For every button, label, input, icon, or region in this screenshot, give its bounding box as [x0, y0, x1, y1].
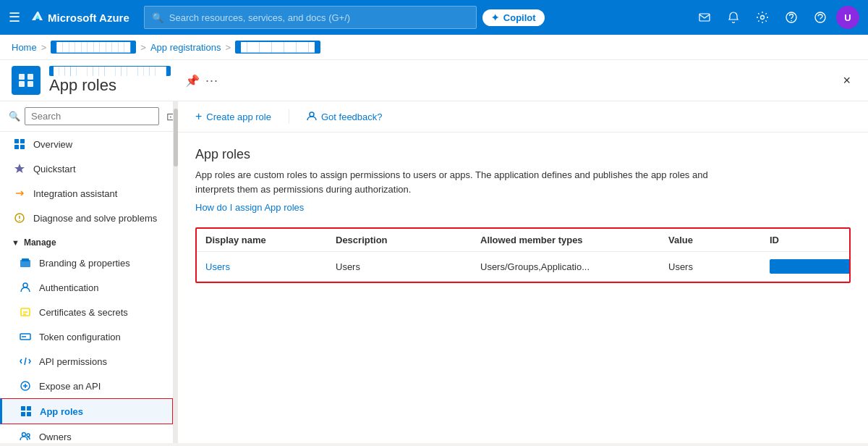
create-app-role-button[interactable]: + Create app role	[190, 107, 277, 126]
cert-icon	[19, 306, 32, 319]
col-description: Description	[336, 235, 480, 245]
auth-icon	[19, 281, 32, 294]
sidebar-item-approles[interactable]: App roles	[0, 398, 173, 424]
help-icon[interactable]	[778, 4, 804, 30]
content-title: App roles	[195, 147, 851, 162]
sidebar-search-bar: 🔍 ⊡ «	[0, 101, 173, 132]
page-header-title-area: ████████████████████ App roles	[49, 66, 171, 95]
content-area: + Create app role Got feedback? App role…	[178, 101, 868, 443]
global-search-bar[interactable]: 🔍	[144, 6, 477, 29]
sidebar-item-integration[interactable]: Integration assistant	[0, 181, 173, 206]
sidebar: 🔍 ⊡ « Overview Quickstart I	[0, 101, 174, 443]
sidebar-item-expose[interactable]: Expose an API	[0, 374, 173, 398]
breadcrumb-app-registrations[interactable]: App registrations	[150, 42, 221, 53]
breadcrumb: Home > ████████████ > App registrations …	[0, 35, 868, 60]
sidebar-item-authentication[interactable]: Authentication	[0, 275, 173, 300]
sidebar-item-overview[interactable]: Overview	[0, 132, 173, 156]
sidebar-item-branding[interactable]: Branding & properties	[0, 251, 173, 275]
user-avatar[interactable]: U	[836, 6, 859, 29]
sidebar-search-icon: 🔍	[9, 111, 20, 122]
main-layout: 🔍 ⊡ « Overview Quickstart I	[0, 101, 868, 443]
sidebar-item-label: App roles	[40, 406, 83, 417]
content-description: App roles are custom roles to assign per…	[195, 168, 745, 196]
svg-rect-7	[19, 81, 25, 87]
global-search-input[interactable]	[169, 12, 469, 23]
feedback-icon[interactable]	[807, 4, 833, 30]
breadcrumb-current: ████████████	[235, 41, 320, 54]
copilot-icon: ✦	[491, 12, 499, 23]
sidebar-scroll-thumb	[174, 109, 178, 167]
sidebar-item-label: Diagnose and solve problems	[33, 213, 157, 224]
token-icon	[19, 330, 32, 343]
cell-allowed-member-types: Users/Groups,Applicatio...	[480, 259, 668, 274]
toolbar-divider	[289, 109, 289, 124]
copilot-button[interactable]: ✦ Copilot	[482, 9, 545, 26]
svg-rect-21	[27, 406, 31, 411]
users-link[interactable]: Users	[205, 261, 230, 272]
azure-logo: Microsoft Azure	[29, 10, 129, 25]
svg-rect-22	[21, 412, 25, 416]
page-header-app-name: ████████████████████	[49, 66, 171, 76]
menu-icon[interactable]: ☰	[9, 9, 20, 25]
sidebar-item-diagnose[interactable]: Diagnose and solve problems	[0, 206, 173, 230]
sidebar-item-label: Overview	[33, 139, 72, 150]
breadcrumb-app-name[interactable]: ████████████	[51, 41, 136, 54]
svg-point-16	[23, 283, 27, 287]
sidebar-item-token[interactable]: Token configuration	[0, 324, 173, 349]
copilot-label: Copilot	[503, 12, 536, 23]
svg-rect-9	[14, 139, 19, 143]
bell-icon[interactable]	[720, 4, 746, 30]
sidebar-item-owners[interactable]: Owners	[0, 424, 173, 443]
settings-icon[interactable]	[749, 4, 775, 30]
page-header-actions: 📌 ···	[185, 73, 218, 88]
help-link[interactable]: How do I assign App roles	[195, 202, 304, 213]
breadcrumb-home[interactable]: Home	[12, 42, 37, 53]
svg-rect-15	[22, 258, 29, 261]
svg-rect-8	[27, 81, 33, 87]
topbar: ☰ Microsoft Azure 🔍 ✦ Copilot U	[0, 0, 868, 35]
svg-rect-12	[20, 145, 25, 149]
sidebar-scroll-indicator	[174, 101, 178, 443]
sidebar-filter-icon[interactable]: ⊡	[163, 109, 174, 124]
svg-rect-10	[20, 139, 25, 143]
sidebar-search-input[interactable]	[25, 107, 159, 125]
sidebar-section-manage[interactable]: ▼ Manage	[0, 230, 173, 251]
sidebar-item-api[interactable]: API permissions	[0, 349, 173, 374]
table-header-row: Display name Description Allowed member …	[197, 229, 849, 252]
page-title: App roles	[49, 76, 171, 95]
owners-icon	[19, 430, 32, 443]
azure-icon	[29, 10, 43, 25]
quickstart-icon	[13, 162, 26, 175]
svg-rect-5	[19, 74, 25, 80]
feedback-button[interactable]: Got feedback?	[301, 108, 388, 126]
content-toolbar: + Create app role Got feedback?	[178, 101, 868, 132]
cell-value: Users	[668, 259, 770, 274]
col-value: Value	[668, 235, 770, 245]
svg-point-3	[791, 20, 792, 22]
svg-point-25	[27, 434, 30, 437]
id-value-masked	[770, 259, 851, 274]
sidebar-item-label: API permissions	[39, 356, 107, 367]
svg-rect-11	[14, 145, 19, 149]
create-app-role-label: Create app role	[206, 112, 271, 122]
mail-icon[interactable]	[692, 4, 718, 30]
sidebar-item-quickstart[interactable]: Quickstart	[0, 156, 173, 181]
col-allowed-member-types: Allowed member types	[480, 235, 668, 245]
sidebar-item-certificates[interactable]: Certificates & secrets	[0, 300, 173, 324]
cell-id	[770, 259, 851, 274]
pin-icon[interactable]: 📌	[185, 74, 200, 88]
app-roles-table: Display name Description Allowed member …	[195, 227, 851, 283]
plus-icon: +	[195, 110, 202, 123]
topbar-logo-text: Microsoft Azure	[48, 12, 129, 24]
sidebar-item-label: Integration assistant	[33, 188, 117, 199]
sidebar-tools: ⊡ «	[163, 109, 174, 124]
sidebar-item-label: Owners	[39, 432, 72, 442]
page-header-icon	[12, 66, 41, 95]
more-options-icon[interactable]: ···	[205, 73, 218, 88]
integration-icon	[13, 187, 26, 200]
api-icon	[19, 355, 32, 368]
svg-point-24	[22, 433, 26, 437]
svg-point-28	[310, 112, 314, 117]
breadcrumb-sep-2: >	[140, 42, 146, 53]
close-button[interactable]: ×	[837, 70, 856, 91]
